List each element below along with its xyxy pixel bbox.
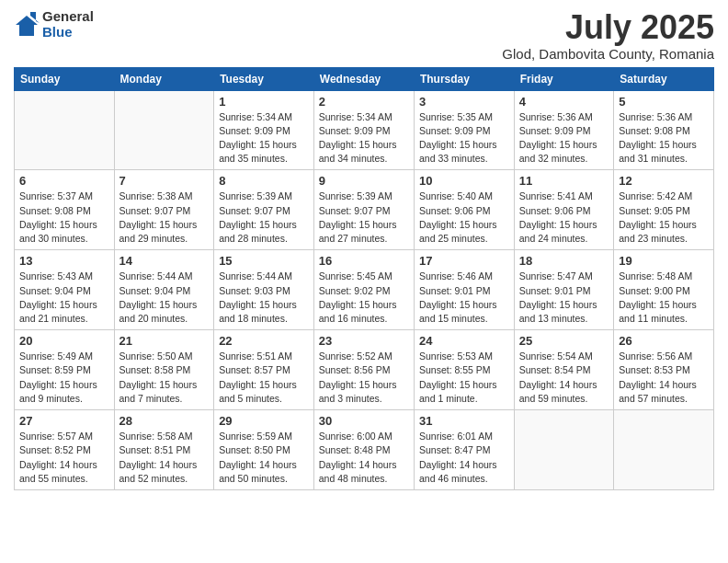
logo: General Blue <box>14 9 94 40</box>
day-number: 30 <box>319 414 409 428</box>
day-number: 19 <box>619 254 709 268</box>
day-number: 16 <box>319 254 409 268</box>
day-info: Sunrise: 5:44 AM Sunset: 9:04 PM Dayligh… <box>119 270 210 326</box>
calendar-cell: 13Sunrise: 5:43 AM Sunset: 9:04 PM Dayli… <box>15 250 115 330</box>
day-info: Sunrise: 5:50 AM Sunset: 8:58 PM Dayligh… <box>119 350 210 406</box>
calendar-cell: 7Sunrise: 5:38 AM Sunset: 9:07 PM Daylig… <box>114 170 214 250</box>
day-info: Sunrise: 5:34 AM Sunset: 9:09 PM Dayligh… <box>219 110 309 167</box>
calendar-cell: 26Sunrise: 5:56 AM Sunset: 8:53 PM Dayli… <box>614 330 714 410</box>
day-info: Sunrise: 6:00 AM Sunset: 8:48 PM Dayligh… <box>319 430 409 486</box>
day-number: 4 <box>519 95 609 109</box>
main-title: July 2025 <box>502 9 714 46</box>
day-number: 29 <box>219 414 309 428</box>
calendar-cell: 6Sunrise: 5:37 AM Sunset: 9:08 PM Daylig… <box>15 170 115 250</box>
calendar-cell: 3Sunrise: 5:35 AM Sunset: 9:09 PM Daylig… <box>414 90 514 170</box>
logo-blue-text: Blue <box>42 25 94 40</box>
day-number: 26 <box>619 334 709 348</box>
calendar-cell: 28Sunrise: 5:58 AM Sunset: 8:51 PM Dayli… <box>114 410 214 490</box>
day-info: Sunrise: 5:41 AM Sunset: 9:06 PM Dayligh… <box>519 190 609 246</box>
day-info: Sunrise: 5:48 AM Sunset: 9:00 PM Dayligh… <box>619 270 709 326</box>
col-wednesday: Wednesday <box>313 67 414 90</box>
day-info: Sunrise: 5:36 AM Sunset: 9:09 PM Dayligh… <box>519 110 609 167</box>
day-info: Sunrise: 5:57 AM Sunset: 8:52 PM Dayligh… <box>19 430 109 486</box>
calendar-cell <box>514 410 613 490</box>
calendar-cell <box>114 90 214 170</box>
day-info: Sunrise: 5:58 AM Sunset: 8:51 PM Dayligh… <box>119 430 210 486</box>
day-info: Sunrise: 5:49 AM Sunset: 8:59 PM Dayligh… <box>19 350 109 406</box>
day-number: 20 <box>19 334 109 348</box>
calendar-cell: 18Sunrise: 5:47 AM Sunset: 9:01 PM Dayli… <box>514 250 613 330</box>
day-number: 10 <box>419 174 509 188</box>
calendar-week-row-0: 1Sunrise: 5:34 AM Sunset: 9:09 PM Daylig… <box>15 90 714 170</box>
calendar-week-row-4: 27Sunrise: 5:57 AM Sunset: 8:52 PM Dayli… <box>15 410 714 490</box>
calendar-cell: 11Sunrise: 5:41 AM Sunset: 9:06 PM Dayli… <box>514 170 613 250</box>
day-number: 1 <box>219 95 309 109</box>
day-info: Sunrise: 5:53 AM Sunset: 8:55 PM Dayligh… <box>419 350 509 406</box>
calendar-cell: 19Sunrise: 5:48 AM Sunset: 9:00 PM Dayli… <box>614 250 714 330</box>
day-number: 31 <box>419 414 509 428</box>
calendar-cell: 1Sunrise: 5:34 AM Sunset: 9:09 PM Daylig… <box>214 90 314 170</box>
calendar-cell: 8Sunrise: 5:39 AM Sunset: 9:07 PM Daylig… <box>214 170 314 250</box>
day-info: Sunrise: 6:01 AM Sunset: 8:47 PM Dayligh… <box>419 430 509 486</box>
day-number: 23 <box>319 334 409 348</box>
calendar-cell: 27Sunrise: 5:57 AM Sunset: 8:52 PM Dayli… <box>15 410 115 490</box>
calendar-cell: 14Sunrise: 5:44 AM Sunset: 9:04 PM Dayli… <box>114 250 214 330</box>
header: General Blue July 2025 Glod, Dambovita C… <box>14 9 714 62</box>
day-info: Sunrise: 5:34 AM Sunset: 9:09 PM Dayligh… <box>319 110 409 167</box>
calendar-cell: 30Sunrise: 6:00 AM Sunset: 8:48 PM Dayli… <box>313 410 414 490</box>
day-number: 21 <box>119 334 210 348</box>
day-number: 18 <box>519 254 609 268</box>
page: General Blue July 2025 Glod, Dambovita C… <box>0 0 728 563</box>
calendar-header-row: Sunday Monday Tuesday Wednesday Thursday… <box>15 67 714 90</box>
calendar-cell: 22Sunrise: 5:51 AM Sunset: 8:57 PM Dayli… <box>214 330 314 410</box>
calendar-cell: 4Sunrise: 5:36 AM Sunset: 9:09 PM Daylig… <box>514 90 613 170</box>
col-tuesday: Tuesday <box>214 67 314 90</box>
day-info: Sunrise: 5:54 AM Sunset: 8:54 PM Dayligh… <box>519 350 609 406</box>
day-number: 9 <box>319 174 409 188</box>
calendar-cell <box>614 410 714 490</box>
calendar-cell <box>15 90 115 170</box>
day-number: 3 <box>419 95 509 109</box>
calendar-cell: 24Sunrise: 5:53 AM Sunset: 8:55 PM Dayli… <box>414 330 514 410</box>
day-info: Sunrise: 5:52 AM Sunset: 8:56 PM Dayligh… <box>319 350 409 406</box>
calendar-table: Sunday Monday Tuesday Wednesday Thursday… <box>14 67 714 490</box>
day-number: 15 <box>219 254 309 268</box>
day-info: Sunrise: 5:47 AM Sunset: 9:01 PM Dayligh… <box>519 270 609 326</box>
day-number: 28 <box>119 414 210 428</box>
calendar-cell: 21Sunrise: 5:50 AM Sunset: 8:58 PM Dayli… <box>114 330 214 410</box>
calendar-cell: 31Sunrise: 6:01 AM Sunset: 8:47 PM Dayli… <box>414 410 514 490</box>
day-info: Sunrise: 5:39 AM Sunset: 9:07 PM Dayligh… <box>319 190 409 246</box>
day-info: Sunrise: 5:40 AM Sunset: 9:06 PM Dayligh… <box>419 190 509 246</box>
calendar-cell: 9Sunrise: 5:39 AM Sunset: 9:07 PM Daylig… <box>313 170 414 250</box>
day-number: 12 <box>619 174 709 188</box>
day-number: 2 <box>319 95 409 109</box>
calendar-cell: 17Sunrise: 5:46 AM Sunset: 9:01 PM Dayli… <box>414 250 514 330</box>
day-info: Sunrise: 5:44 AM Sunset: 9:03 PM Dayligh… <box>219 270 309 326</box>
day-number: 22 <box>219 334 309 348</box>
title-block: July 2025 Glod, Dambovita County, Romani… <box>502 9 714 62</box>
day-info: Sunrise: 5:38 AM Sunset: 9:07 PM Dayligh… <box>119 190 210 246</box>
calendar-cell: 5Sunrise: 5:36 AM Sunset: 9:08 PM Daylig… <box>614 90 714 170</box>
col-thursday: Thursday <box>414 67 514 90</box>
day-number: 27 <box>19 414 109 428</box>
calendar-cell: 23Sunrise: 5:52 AM Sunset: 8:56 PM Dayli… <box>313 330 414 410</box>
calendar-week-row-1: 6Sunrise: 5:37 AM Sunset: 9:08 PM Daylig… <box>15 170 714 250</box>
day-number: 13 <box>19 254 109 268</box>
day-info: Sunrise: 5:36 AM Sunset: 9:08 PM Dayligh… <box>619 110 709 167</box>
day-number: 6 <box>19 174 109 188</box>
logo-general-text: General <box>42 9 94 25</box>
calendar-week-row-2: 13Sunrise: 5:43 AM Sunset: 9:04 PM Dayli… <box>15 250 714 330</box>
col-saturday: Saturday <box>614 67 714 90</box>
day-info: Sunrise: 5:42 AM Sunset: 9:05 PM Dayligh… <box>619 190 709 246</box>
day-number: 17 <box>419 254 509 268</box>
day-info: Sunrise: 5:43 AM Sunset: 9:04 PM Dayligh… <box>19 270 109 326</box>
day-number: 5 <box>619 95 709 109</box>
day-number: 7 <box>119 174 210 188</box>
day-info: Sunrise: 5:59 AM Sunset: 8:50 PM Dayligh… <box>219 430 309 486</box>
col-monday: Monday <box>114 67 214 90</box>
col-friday: Friday <box>514 67 613 90</box>
calendar-week-row-3: 20Sunrise: 5:49 AM Sunset: 8:59 PM Dayli… <box>15 330 714 410</box>
logo-icon <box>14 12 40 38</box>
day-info: Sunrise: 5:45 AM Sunset: 9:02 PM Dayligh… <box>319 270 409 326</box>
calendar-cell: 16Sunrise: 5:45 AM Sunset: 9:02 PM Dayli… <box>313 250 414 330</box>
